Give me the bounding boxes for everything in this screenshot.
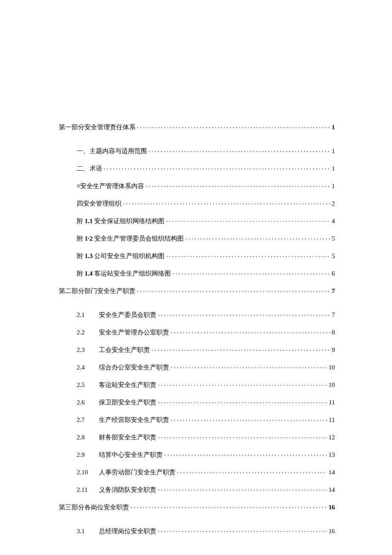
toc-leader-dots (166, 252, 330, 258)
toc-label-prefix: 附 (77, 235, 85, 242)
toc-entry-number: 2.2 (77, 329, 93, 336)
toc-leader-dots (123, 199, 330, 206)
toc-entry: 附 1·2 安全生产管理委员会组织结构图5 (77, 234, 335, 242)
toc-entry: 四安全管理组织2 (77, 199, 335, 207)
toc-entry-label: 附 1.3 公司安全生产组织机构图 (77, 253, 164, 259)
toc-entry: 第一部分安全管理责任体系1 (59, 123, 335, 131)
toc-entry-label: 安全生产管理办公室职责 (99, 329, 169, 336)
toc-entry-number: 2.10 (77, 469, 93, 476)
toc-label-bold: 1.4 (85, 270, 93, 277)
toc-entry-page: 14 (329, 487, 335, 493)
toc-entry-label: 总经理岗位安全职责 (99, 528, 156, 535)
toc-entry-label: 第三部分各岗位安全职责 (59, 504, 129, 511)
toc-leader-dots (146, 182, 330, 188)
toc-entry-number: 2.8 (77, 434, 93, 441)
toc-leader-dots (185, 234, 330, 241)
toc-entry: 2.10人事劳动部门安全生产职责14 (77, 468, 335, 476)
toc-entry: 二、术语1 (77, 164, 335, 172)
toc-label-prefix: 附 (77, 218, 85, 224)
toc-entry: ≡安全生产管理体系内容1 (77, 182, 335, 189)
toc-entry-number: 2.5 (77, 382, 93, 388)
toc-leader-dots (166, 217, 330, 223)
toc-label-prefix: 附 (77, 253, 85, 259)
toc-entry: 第三部分各岗位安全职责16 (59, 503, 335, 511)
toc-entry-page: 12 (329, 434, 335, 441)
toc-leader-dots (152, 346, 330, 352)
toc-entry: 一、主题内容与适用范围1 (77, 147, 335, 154)
toc-label-suffix: 安全保证组织网络结构图 (93, 218, 165, 224)
toc-leader-dots (171, 363, 327, 369)
toc-entry-page: 2 (332, 200, 335, 207)
toc-label-bold: 1.3 (85, 253, 93, 259)
toc-entry-number: 2.1 (77, 312, 93, 318)
toc-label-suffix: 客运站安全生产组织网络图 (93, 270, 171, 277)
toc-entry-number: 2.6 (77, 399, 93, 406)
toc-entry-label: 客运站安全生产职责 (99, 382, 156, 388)
toc-entry: 2.1安全生产委员会职责7 (77, 311, 335, 318)
toc-entry-page: 5 (332, 253, 335, 259)
toc-label-suffix: 公司安全生产组织机构图 (93, 253, 165, 259)
toc-entry-page: 7 (332, 312, 335, 318)
toc-entry-page: 11 (329, 417, 335, 423)
toc-entry-page: 1 (332, 166, 335, 172)
toc-entry-label: 二、术语 (77, 166, 102, 172)
toc-entry: 2.7生产经营部安全生产职责11 (77, 416, 335, 423)
toc-leader-dots (173, 269, 330, 276)
toc-entry-page: 9 (332, 347, 335, 353)
toc-entry: 附 1.4 客运站安全生产组织网络图6 (77, 269, 335, 277)
toc-entry-label: 安全生产委员会职责 (99, 312, 156, 318)
toc-leader-dots (158, 381, 327, 387)
toc-entry-label: 人事劳动部门安全生产职责 (99, 469, 176, 476)
toc-entry: 2.4综合办公室安全生产职责10 (77, 363, 335, 371)
toc-entry-label: 附 1·2 安全生产管理委员会组织结构图 (77, 235, 184, 242)
toc-entry-label: 第二部分部门安全生产职责 (59, 288, 135, 294)
toc-entry-label: 财务部安全生产职责 (99, 434, 156, 441)
toc-leader-dots (137, 123, 330, 129)
toc-leader-dots (158, 433, 327, 439)
toc-entry-page: 8 (332, 329, 335, 336)
toc-entry-label: ≡安全生产管理体系内容 (77, 183, 144, 189)
toc-entry-label: 工会安全生产职责 (99, 347, 150, 353)
toc-label-suffix: 安全生产管理委员会组织结构图 (93, 235, 184, 242)
toc-entry-page: 10 (329, 364, 335, 371)
toc-entry-page: 13 (329, 452, 335, 458)
toc-leader-dots (158, 527, 327, 533)
toc-entry-label: 义务消防队安全职责 (99, 487, 156, 493)
table-of-contents: 第一部分安全管理责任体系1一、主题内容与适用范围1二、术语1≡安全生产管理体系内… (59, 123, 335, 544)
toc-entry-page: 1 (332, 124, 335, 131)
toc-entry: 附 1.1 安全保证组织网络结构图4 (77, 217, 335, 224)
toc-entry-page: 5 (332, 235, 335, 242)
toc-label-bold: 1.1 (85, 218, 93, 224)
toc-entry-number: 2.7 (77, 417, 93, 423)
toc-entry-label: 综合办公室安全生产职责 (99, 364, 169, 371)
toc-entry-page: 1 (332, 183, 335, 189)
toc-entry-page: 16 (329, 528, 335, 535)
toc-entry-page: 6 (332, 270, 335, 277)
toc-entry-number: 2.3 (77, 347, 93, 353)
toc-entry: 2.5客运站安全生产职责10 (77, 381, 335, 388)
toc-entry: 3.1总经理岗位安全职责16 (77, 527, 335, 535)
toc-entry-label: 四安全管理组织 (77, 200, 121, 207)
toc-leader-dots (158, 485, 327, 492)
toc-entry-page: 16 (329, 504, 335, 511)
toc-leader-dots (158, 398, 327, 404)
toc-entry-number: 2.11 (77, 487, 93, 493)
toc-leader-dots (158, 311, 330, 317)
toc-entry-number: 2.9 (77, 452, 93, 458)
toc-entry: 第二部分部门安全生产职责7 (59, 287, 335, 294)
toc-entry-label: 保卫部安全生产职责 (99, 399, 156, 406)
toc-leader-dots (171, 416, 327, 422)
toc-entry: 2.6保卫部安全生产职责11 (77, 398, 335, 406)
toc-entry-page: 14 (329, 469, 335, 476)
toc-leader-dots (149, 147, 330, 153)
toc-leader-dots (177, 468, 327, 474)
toc-entry-page: 7 (332, 288, 335, 294)
toc-entry-page: 1 (332, 148, 335, 154)
toc-entry-label: 生产经营部安全生产职责 (99, 417, 169, 423)
toc-entry-page: 10 (329, 382, 335, 388)
toc-leader-dots (164, 450, 327, 457)
toc-entry: 2.8财务部安全生产职责12 (77, 433, 335, 441)
toc-entry: 2.9结算中心安全生产职责13 (77, 450, 335, 458)
toc-leader-dots (104, 164, 330, 171)
toc-leader-dots (137, 287, 330, 293)
